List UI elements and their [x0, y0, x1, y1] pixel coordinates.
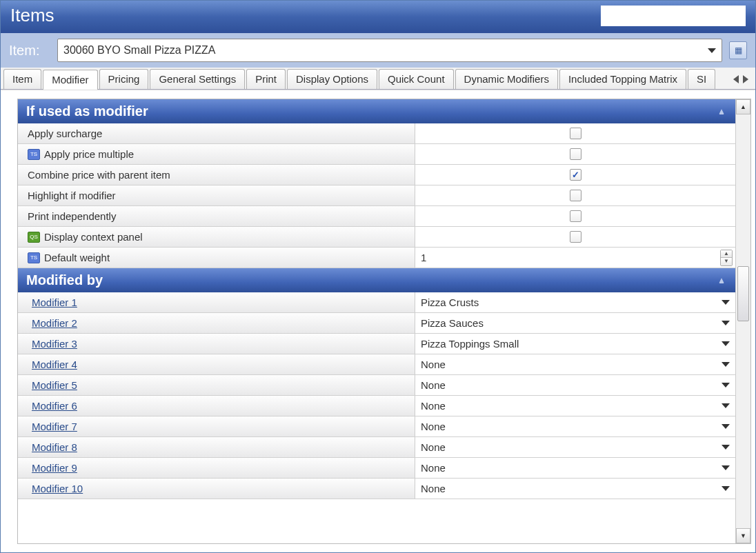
checkbox[interactable]: [570, 231, 581, 243]
chevron-down-icon: [722, 403, 730, 408]
property-label: QSDisplay context panel: [18, 227, 415, 247]
modifier-dropdown[interactable]: None: [415, 416, 735, 436]
property-row: Print independently: [18, 206, 735, 227]
modifier-label-link[interactable]: Modifier 8: [18, 437, 415, 457]
checkbox[interactable]: [570, 128, 581, 139]
modifier-dropdown[interactable]: None: [415, 458, 735, 478]
checkbox[interactable]: ✓: [570, 169, 581, 181]
checkbox[interactable]: [570, 148, 581, 160]
tab-dynamic-modifiers[interactable]: Dynamic Modifiers: [455, 69, 558, 89]
modifier-label-link[interactable]: Modifier 1: [18, 292, 415, 312]
modifier-dropdown-value: None: [421, 441, 446, 453]
scroll-down-button[interactable]: ▼: [736, 528, 750, 543]
modifier-label-link[interactable]: Modifier 2: [18, 313, 415, 333]
property-row: Highlight if modifier: [18, 185, 735, 206]
tab-scroll-right[interactable]: [743, 75, 748, 83]
titlebar-search-box[interactable]: [601, 6, 746, 26]
tab-general-settings[interactable]: General Settings: [150, 69, 245, 89]
item-dropdown[interactable]: 30060 BYO Small Pizza PIZZA: [57, 39, 722, 62]
tab-pricing[interactable]: Pricing: [99, 69, 149, 89]
property-value[interactable]: [415, 227, 735, 247]
tab-print[interactable]: Print: [246, 69, 286, 89]
spinner-value[interactable]: 1: [421, 252, 426, 263]
modifier-row: Modifier 2Pizza Sauces: [18, 313, 735, 334]
chevron-down-icon: [722, 465, 730, 470]
scroll-track[interactable]: [736, 114, 750, 528]
modifier-label-link[interactable]: Modifier 5: [18, 375, 415, 395]
itembar-table-icon[interactable]: ▦: [729, 41, 747, 59]
section-modified-by-header[interactable]: Modified by: [18, 268, 735, 292]
modifier-row: Modifier 1Pizza Crusts: [18, 292, 735, 313]
modifier-dropdown[interactable]: None: [415, 375, 735, 395]
property-row: TSApply price multiple: [18, 144, 735, 165]
vertical-scrollbar[interactable]: ▲ ▼: [735, 99, 750, 543]
tab-display-options[interactable]: Display Options: [287, 69, 377, 89]
property-value[interactable]: [415, 185, 735, 205]
spinner-buttons[interactable]: ▲▼: [720, 250, 733, 266]
property-label: Print independently: [18, 206, 415, 226]
checkbox[interactable]: [570, 190, 581, 201]
chevron-down-icon: [722, 341, 730, 346]
property-label: Highlight if modifier: [18, 185, 415, 205]
chevron-down-icon: [722, 424, 730, 429]
modifier-dropdown[interactable]: None: [415, 479, 735, 499]
property-label: TSDefault weight: [18, 248, 415, 268]
modifier-dropdown[interactable]: Pizza Sauces: [415, 313, 735, 333]
collapse-icon: [716, 109, 727, 114]
scroll-up-button[interactable]: ▲: [736, 99, 750, 114]
modifier-dropdown-value: None: [421, 462, 446, 474]
modifier-dropdown-value: Pizza Sauces: [421, 317, 484, 329]
modifier-dropdown-value: None: [421, 359, 446, 370]
tab-scroll-left[interactable]: [733, 75, 739, 83]
chevron-down-icon: [722, 383, 730, 388]
property-label-text: Apply price multiple: [44, 148, 134, 160]
modifier-row: Modifier 4None: [18, 354, 735, 375]
tab-included-topping-matrix[interactable]: Included Topping Matrix: [559, 69, 686, 89]
section-if-used-as-modifier-header[interactable]: If used as modifier: [18, 99, 735, 123]
section-title: If used as modifier: [26, 103, 148, 119]
modifier-row: Modifier 10None: [18, 479, 735, 499]
modifier-label-link[interactable]: Modifier 7: [18, 416, 415, 436]
modifier-dropdown[interactable]: None: [415, 437, 735, 457]
spinner-up[interactable]: ▲: [721, 250, 732, 258]
property-label-text: Display context panel: [44, 231, 143, 243]
modifier-label-link[interactable]: Modifier 10: [18, 479, 415, 499]
title: Items: [10, 5, 54, 26]
property-value[interactable]: [415, 123, 735, 143]
modifier-dropdown[interactable]: Pizza Crusts: [415, 292, 735, 312]
item-selector-bar: Item: 30060 BYO Small Pizza PIZZA ▦: [1, 33, 755, 68]
tab-si[interactable]: SI: [688, 69, 715, 89]
modifier-dropdown-value: None: [421, 400, 446, 412]
checkbox[interactable]: [570, 210, 581, 222]
ts-icon: TS: [28, 149, 40, 160]
tab-item[interactable]: Item: [3, 69, 41, 89]
modifier-label-link[interactable]: Modifier 4: [18, 354, 415, 374]
modifier-dropdown[interactable]: None: [415, 354, 735, 374]
scroll-pane: If used as modifier Apply surchargeTSApp…: [18, 99, 735, 543]
tab-quick-count[interactable]: Quick Count: [379, 69, 454, 89]
modifier-dropdown[interactable]: Pizza Toppings Small: [415, 334, 735, 354]
ts-icon: TS: [28, 252, 40, 263]
property-value[interactable]: [415, 206, 735, 226]
scroll-thumb[interactable]: [737, 266, 749, 321]
modifier-label-link[interactable]: Modifier 3: [18, 334, 415, 354]
property-label: TSApply price multiple: [18, 144, 415, 164]
property-value[interactable]: ✓: [415, 165, 735, 185]
collapse-icon: [716, 278, 727, 283]
property-grid: If used as modifier Apply surchargeTSApp…: [17, 99, 751, 544]
chevron-down-icon: [722, 486, 730, 491]
qs-icon: QS: [28, 232, 40, 243]
spinner-down[interactable]: ▼: [721, 258, 732, 265]
modifier-row: Modifier 3Pizza Toppings Small: [18, 334, 735, 354]
modifier-row: Modifier 6None: [18, 396, 735, 416]
modifier-dropdown[interactable]: None: [415, 396, 735, 416]
modifier-row: Modifier 5None: [18, 375, 735, 396]
items-window: Items Item: 30060 BYO Small Pizza PIZZA …: [0, 0, 756, 553]
section-title: Modified by: [26, 272, 103, 288]
property-value[interactable]: 1▲▼: [415, 248, 735, 268]
modifier-label-link[interactable]: Modifier 9: [18, 458, 415, 478]
property-value[interactable]: [415, 144, 735, 164]
chevron-down-icon: [722, 300, 730, 305]
tab-modifier[interactable]: Modifier: [43, 70, 97, 90]
modifier-label-link[interactable]: Modifier 6: [18, 396, 415, 416]
